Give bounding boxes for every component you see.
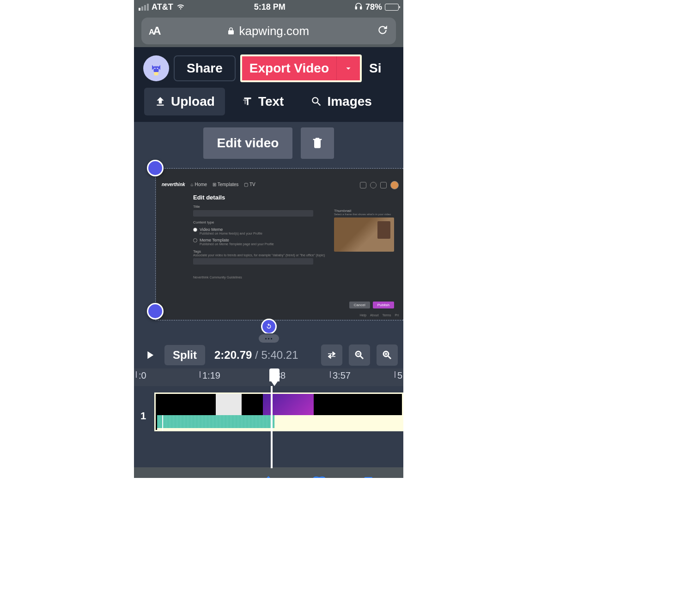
ios-status-bar: AT&T 5:18 PM 78% (134, 0, 403, 14)
chevron-left-icon (160, 475, 176, 478)
upload-icon (154, 96, 166, 108)
share-icon (261, 475, 276, 478)
chevron-right-icon (210, 475, 226, 478)
svg-point-4 (154, 68, 155, 69)
video-frame-content: neverthink ⌂ Home ⊞ Templates ▢ TV Edit … (156, 169, 403, 320)
overflow-text: Si (369, 61, 381, 76)
export-dropdown-button[interactable] (337, 56, 360, 80)
tabs-icon (362, 475, 377, 478)
playback-controls: Split 2:20.79 / 5:40.21 (134, 342, 403, 368)
search-icon (310, 96, 322, 108)
carrier-label: AT&T (152, 2, 173, 12)
bookmarks-button[interactable] (311, 475, 327, 478)
brand-logo: neverthink (162, 182, 185, 187)
play-icon (143, 349, 156, 362)
safari-url-bar[interactable]: AA kapwing.com (141, 18, 396, 44)
ruler-tick: :0 (139, 370, 146, 381)
back-button[interactable] (160, 475, 176, 478)
avatar[interactable] (143, 55, 169, 81)
edit-video-button[interactable]: Edit video (203, 127, 293, 159)
battery-pct: 78% (365, 2, 382, 12)
fit-button[interactable] (321, 344, 342, 366)
clip-thumbnail (216, 394, 242, 415)
ruler-tick: 3:57 (333, 370, 351, 381)
svg-rect-0 (355, 6, 357, 9)
signal-icon (139, 4, 149, 11)
rotate-icon (265, 322, 273, 331)
headphones-icon (354, 2, 363, 12)
tags-field (193, 258, 313, 265)
panel-title: Edit details (193, 194, 399, 201)
app-header: Share Export Video Si (134, 47, 403, 88)
delete-button[interactable] (301, 127, 334, 159)
wifi-icon (176, 1, 185, 13)
resize-handle-bottom-left[interactable] (147, 303, 164, 320)
svg-rect-1 (360, 6, 362, 9)
tab-images[interactable]: Images (300, 88, 382, 115)
export-video-highlight: Export Video (240, 54, 362, 82)
svg-rect-6 (154, 72, 158, 75)
playhead[interactable] (269, 368, 280, 381)
zoom-out-icon (354, 350, 365, 361)
tab-images-label: Images (327, 94, 372, 109)
safari-toolbar (134, 467, 403, 478)
zoom-in-button[interactable] (377, 344, 398, 366)
tab-text-label: Text (258, 94, 284, 109)
tab-upload[interactable]: Upload (144, 88, 225, 115)
export-video-button[interactable]: Export Video (242, 56, 337, 80)
text-icon (242, 96, 254, 108)
resize-handle-top-left[interactable] (147, 160, 164, 176)
url-text: kapwing.com (239, 24, 309, 38)
ruler-tick: 1:19 (202, 370, 220, 381)
book-icon (311, 475, 327, 478)
rotate-handle[interactable] (261, 319, 277, 334)
svg-point-5 (157, 68, 158, 69)
timecode: 2:20.79 / 5:40.21 (214, 349, 298, 362)
clip-action-bar: Edit video (134, 122, 403, 163)
chevron-down-icon (343, 63, 353, 73)
forward-button[interactable] (210, 475, 226, 478)
preview-cancel-button: Cancel (349, 302, 370, 308)
tab-text[interactable]: Text (231, 88, 294, 115)
title-field (193, 210, 313, 217)
total-time: 5:40.21 (261, 349, 298, 361)
split-button[interactable]: Split (164, 345, 205, 365)
cut-marker (162, 415, 163, 431)
zoom-in-icon (382, 350, 393, 361)
ruler-tick: 5 (397, 370, 402, 381)
safari-share-button[interactable] (261, 475, 276, 478)
battery-icon (385, 4, 399, 11)
audio-waveform (291, 415, 402, 431)
playhead-line[interactable] (271, 386, 273, 468)
clock: 5:18 PM (254, 2, 286, 12)
thumbnail-preview (334, 217, 394, 252)
zoom-out-button[interactable] (349, 344, 370, 366)
lock-icon (227, 24, 235, 38)
swap-icon (326, 350, 337, 361)
svg-rect-3 (154, 66, 159, 72)
trash-icon (311, 136, 324, 149)
panel-drag-handle[interactable] (134, 333, 403, 342)
share-button[interactable]: Share (174, 55, 236, 81)
phone-screenshot: AT&T 5:18 PM 78% AA kapwing.com (134, 0, 403, 478)
play-button[interactable] (140, 345, 160, 365)
tabs-button[interactable] (362, 475, 377, 478)
track-number: 1 (140, 410, 146, 422)
reload-button[interactable] (377, 24, 389, 38)
timeline[interactable]: 1 (134, 386, 403, 446)
tab-upload-label: Upload (171, 94, 215, 109)
current-time: 2:20.79 (214, 349, 252, 361)
timeline-ruler[interactable]: :0 1:19 38 3:57 5 (134, 368, 403, 386)
text-size-button[interactable]: AA (149, 24, 160, 37)
video-clip[interactable] (154, 393, 403, 431)
tool-tabs: Upload Text Images (134, 88, 403, 122)
preview-publish-button: Publish (373, 302, 394, 308)
canvas-preview[interactable]: neverthink ⌂ Home ⊞ Templates ▢ TV Edit … (134, 163, 403, 333)
